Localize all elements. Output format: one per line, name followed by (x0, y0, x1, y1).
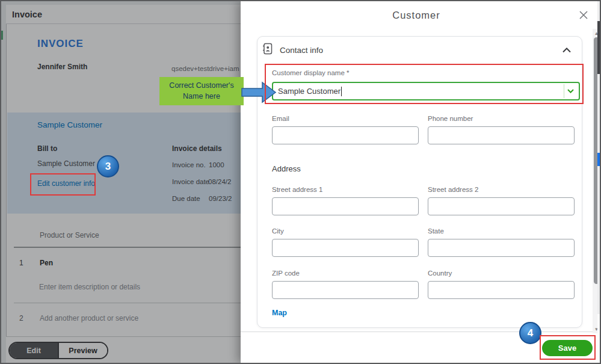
city-field[interactable] (272, 239, 419, 257)
map-link[interactable]: Map (272, 309, 287, 317)
highlight-box-display-name-field (265, 64, 584, 104)
country-field[interactable] (428, 281, 575, 299)
callout-note: Correct Customer's Name here (159, 77, 244, 105)
step-4-number: 4 (528, 327, 533, 339)
highlight-box-edit-customer-info (30, 173, 96, 196)
edge-bottom-segment (597, 314, 600, 363)
phone-label: Phone number (428, 115, 575, 122)
callout-line-1: Correct Customer's (159, 81, 244, 91)
contact-card-icon (262, 43, 273, 57)
drawer-title: Customer (241, 10, 592, 21)
close-icon[interactable] (579, 10, 588, 20)
phone-field[interactable] (428, 126, 575, 144)
edge-dark-segment (597, 21, 600, 74)
state-field[interactable] (428, 239, 575, 257)
contact-info-title: Contact info (280, 46, 323, 55)
zip-code-field[interactable] (272, 281, 419, 299)
state-label: State (428, 227, 575, 235)
callout-line-2: Name here (159, 91, 244, 102)
step-3-badge: 3 (97, 155, 119, 177)
street-address-2-field[interactable] (428, 197, 575, 215)
app-window: Invoice INVOICE Jennifer Smith qsedev+te… (0, 0, 601, 364)
street2-label: Street address 2 (428, 186, 575, 193)
address-section-heading: Address (272, 164, 301, 173)
highlight-box-save-button (540, 335, 596, 360)
street1-label: Street address 1 (272, 186, 419, 193)
customer-drawer: Customer Contact info (241, 1, 600, 363)
street-address-1-field[interactable] (272, 197, 419, 215)
contact-info-header[interactable]: Contact info (257, 37, 582, 63)
email-label: Email (272, 115, 419, 122)
edge-blue-segment (597, 153, 600, 166)
email-field[interactable] (272, 126, 419, 144)
country-label: Country (428, 270, 575, 277)
zip-label: ZIP code (272, 270, 419, 277)
step-3-number: 3 (105, 161, 111, 173)
page-edge-scrollbar (597, 1, 600, 363)
chevron-up-icon[interactable] (562, 45, 571, 55)
step-4-badge: 4 (519, 322, 541, 344)
city-label: City (272, 227, 419, 235)
